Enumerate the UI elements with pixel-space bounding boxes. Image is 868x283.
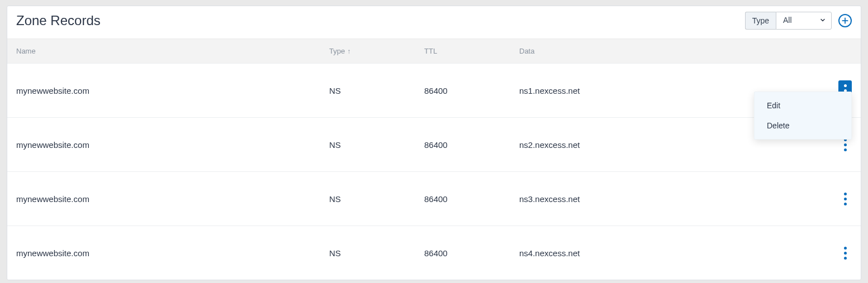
plus-icon xyxy=(841,17,849,25)
cell-name: mynewwebsite.com xyxy=(16,194,329,204)
panel-title: Zone Records xyxy=(16,13,101,28)
cell-actions xyxy=(818,189,852,209)
table-body: mynewwebsite.comNS86400ns1.nexcess.netEd… xyxy=(7,63,861,280)
column-name-label: Name xyxy=(16,47,36,55)
zone-records-card: Zone Records Type All Name Type ↑ TTL Da… xyxy=(7,6,861,280)
header-controls: Type All xyxy=(745,12,852,30)
kebab-dot-icon xyxy=(844,252,847,255)
column-ttl[interactable]: TTL xyxy=(424,47,519,55)
row-actions-button[interactable] xyxy=(838,189,852,209)
kebab-dot-icon xyxy=(844,198,847,200)
column-type-label: Type xyxy=(329,47,345,55)
kebab-dot-icon xyxy=(844,143,847,146)
filter-type-select[interactable]: All xyxy=(776,12,832,30)
cell-type: NS xyxy=(329,140,424,150)
kebab-dot-icon xyxy=(844,84,847,87)
cell-data: ns4.nexcess.net xyxy=(519,248,818,258)
kebab-dot-icon xyxy=(844,257,847,260)
cell-name: mynewwebsite.com xyxy=(16,86,329,95)
cell-type: NS xyxy=(329,248,424,258)
cell-data: ns2.nexcess.net xyxy=(519,140,818,150)
menu-item-delete[interactable]: Delete xyxy=(755,116,851,136)
cell-ttl: 86400 xyxy=(424,86,519,95)
kebab-dot-icon xyxy=(844,203,847,205)
cell-type: NS xyxy=(329,86,424,95)
table-row: mynewwebsite.comNS86400ns4.nexcess.net xyxy=(7,226,861,280)
sort-ascending-icon: ↑ xyxy=(347,47,350,55)
cell-ttl: 86400 xyxy=(424,140,519,150)
menu-item-edit[interactable]: Edit xyxy=(755,95,851,116)
column-ttl-label: TTL xyxy=(424,47,437,55)
table-row: mynewwebsite.comNS86400ns3.nexcess.net xyxy=(7,171,861,226)
column-name[interactable]: Name xyxy=(16,47,329,55)
column-actions xyxy=(818,47,852,55)
table-row: mynewwebsite.comNS86400ns1.nexcess.netEd… xyxy=(7,63,861,117)
table-row: mynewwebsite.comNS86400ns2.nexcess.net xyxy=(7,117,861,171)
cell-actions xyxy=(818,243,852,263)
kebab-dot-icon xyxy=(844,193,847,195)
cell-name: mynewwebsite.com xyxy=(16,248,329,258)
filter-type-label: Type xyxy=(745,12,776,30)
cell-data: ns3.nexcess.net xyxy=(519,194,818,204)
table-header: Name Type ↑ TTL Data xyxy=(7,39,861,63)
row-actions-button[interactable] xyxy=(838,243,852,263)
cell-type: NS xyxy=(329,194,424,204)
kebab-dot-icon xyxy=(844,247,847,250)
column-data-label: Data xyxy=(519,47,534,55)
column-type[interactable]: Type ↑ xyxy=(329,47,424,55)
cell-name: mynewwebsite.com xyxy=(16,140,329,150)
cell-ttl: 86400 xyxy=(424,194,519,204)
filter-select-wrap: All xyxy=(776,12,832,30)
add-record-button[interactable] xyxy=(838,14,852,27)
kebab-dot-icon xyxy=(844,148,847,151)
column-data[interactable]: Data xyxy=(519,47,818,55)
cell-ttl: 86400 xyxy=(424,248,519,258)
card-header: Zone Records Type All xyxy=(7,6,861,39)
row-actions-menu: EditDelete xyxy=(754,92,852,140)
